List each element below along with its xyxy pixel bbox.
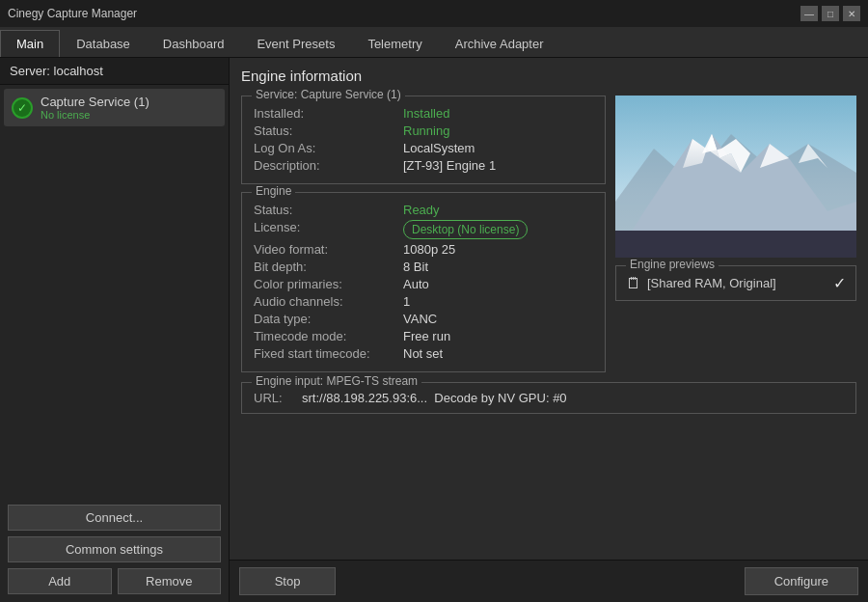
title-bar-controls: — □ ✕ — [800, 6, 860, 21]
service-sublabel: No license — [41, 109, 149, 121]
main-layout: Server: localhost ✓ Capture Service (1) … — [0, 58, 868, 602]
server-header: Server: localhost — [0, 58, 229, 85]
thumbnail-area: ⊞ Engine previews 🗒 [Shared RAM, Origina… — [615, 96, 856, 372]
url-value: srt://88.198.225.93:6... Decode by NV GP… — [302, 391, 567, 405]
server-list: ✓ Capture Service (1) No license — [0, 85, 229, 497]
data-type-row: Data type: VANC — [254, 310, 593, 327]
content-area: Engine information Service: Capture Serv… — [230, 58, 868, 602]
stop-button[interactable]: Stop — [239, 567, 336, 595]
engine-panel: Engine Status: Ready License: Desktop (N… — [241, 192, 606, 372]
connect-button[interactable]: Connect... — [8, 505, 221, 531]
tab-main[interactable]: Main — [0, 30, 60, 57]
app-title: Cinegy Capture Manager — [8, 7, 137, 20]
tab-archive-adapter[interactable]: Archive Adapter — [439, 30, 560, 57]
server-label: Server: localhost — [10, 64, 103, 78]
installed-value: Installed — [403, 106, 449, 121]
status-row: Status: Running — [254, 122, 593, 139]
tab-bar: Main Database Dashboard Event Presets Te… — [0, 27, 868, 58]
bit-depth-value: 8 Bit — [403, 260, 428, 274]
action-bar: Stop Configure — [230, 560, 868, 602]
installed-label: Installed: — [254, 106, 403, 121]
engine-status-label: Status: — [254, 203, 403, 217]
data-type-label: Data type: — [254, 312, 403, 326]
description-row: Description: [ZT-93] Engine 1 — [254, 156, 593, 174]
status-label: Status: — [254, 123, 403, 138]
add-button[interactable]: Add — [8, 568, 112, 594]
preview-file-icon: 🗒 — [626, 275, 641, 292]
audio-channels-row: Audio channels: 1 — [254, 292, 593, 310]
title-bar: Cinegy Capture Manager — □ ✕ — [0, 0, 868, 27]
top-panels: Service: Capture Service (1) Installed: … — [241, 96, 856, 372]
color-primaries-value: Auto — [403, 277, 429, 291]
close-button[interactable]: ✕ — [843, 6, 860, 21]
fixed-timecode-row: Fixed start timecode: Not set — [254, 344, 593, 362]
common-settings-button[interactable]: Common settings — [8, 536, 221, 562]
svg-rect-7 — [615, 231, 856, 258]
engine-info-title: Engine information — [241, 68, 856, 84]
url-row: URL: srt://88.198.225.93:6... Decode by … — [254, 391, 844, 405]
description-value: [ZT-93] Engine 1 — [403, 158, 496, 173]
description-label: Description: — [254, 158, 403, 173]
maximize-button[interactable]: □ — [822, 6, 839, 21]
capture-service-item[interactable]: ✓ Capture Service (1) No license — [4, 89, 225, 126]
configure-button[interactable]: Configure — [745, 567, 858, 595]
thumbnail-preview: ⊞ — [615, 96, 856, 258]
video-format-value: 1080p 25 — [403, 242, 455, 257]
service-status-icon: ✓ — [12, 97, 33, 119]
license-value: Desktop (No license) — [403, 220, 528, 239]
video-format-row: Video format: 1080p 25 — [254, 240, 593, 258]
url-label: URL: — [254, 391, 302, 405]
fixed-timecode-value: Not set — [403, 346, 443, 361]
preview-checkmark: ✓ — [833, 274, 846, 292]
tab-event-presets[interactable]: Event Presets — [240, 30, 351, 57]
license-row: License: Desktop (No license) — [254, 218, 593, 240]
service-name: Capture Service (1) — [41, 95, 149, 109]
logon-row: Log On As: LocalSystem — [254, 139, 593, 156]
bit-depth-label: Bit depth: — [254, 260, 403, 274]
logon-value: LocalSystem — [403, 141, 475, 155]
preview-name: [Shared RAM, Original] — [647, 276, 827, 290]
tab-telemetry[interactable]: Telemetry — [351, 30, 438, 57]
data-type-value: VANC — [403, 312, 437, 326]
installed-row: Installed: Installed — [254, 104, 593, 122]
engine-previews-legend: Engine previews — [626, 258, 719, 271]
service-legend: Service: Capture Service (1) — [252, 88, 405, 101]
status-value: Running — [403, 123, 449, 138]
sidebar-buttons: Connect... Common settings Add Remove — [0, 497, 229, 602]
engine-previews-panel: Engine previews 🗒 [Shared RAM, Original]… — [615, 265, 856, 301]
service-panel: Service: Capture Service (1) Installed: … — [241, 96, 606, 184]
timecode-mode-label: Timecode mode: — [254, 329, 403, 343]
timecode-mode-value: Free run — [403, 329, 450, 343]
fixed-timecode-label: Fixed start timecode: — [254, 346, 403, 361]
license-label: License: — [254, 220, 403, 239]
minimize-button[interactable]: — — [800, 6, 818, 21]
engine-input-legend: Engine input: MPEG-TS stream — [252, 374, 421, 388]
left-panels: Service: Capture Service (1) Installed: … — [241, 96, 606, 372]
preview-item: 🗒 [Shared RAM, Original] ✓ — [626, 272, 846, 294]
remove-button[interactable]: Remove — [118, 568, 222, 594]
engine-legend: Engine — [252, 184, 295, 198]
timecode-mode-row: Timecode mode: Free run — [254, 327, 593, 344]
tab-dashboard[interactable]: Dashboard — [147, 30, 241, 57]
audio-channels-label: Audio channels: — [254, 294, 403, 309]
audio-channels-value: 1 — [403, 294, 410, 309]
sidebar: Server: localhost ✓ Capture Service (1) … — [0, 58, 230, 602]
color-primaries-label: Color primaries: — [254, 277, 403, 291]
bit-depth-row: Bit depth: 8 Bit — [254, 258, 593, 275]
tab-database[interactable]: Database — [60, 30, 147, 57]
engine-status-value: Ready — [403, 203, 440, 217]
engine-info-area: Engine information Service: Capture Serv… — [230, 58, 868, 560]
color-primaries-row: Color primaries: Auto — [254, 275, 593, 292]
video-format-label: Video format: — [254, 242, 403, 257]
engine-status-row: Status: Ready — [254, 201, 593, 218]
logon-label: Log On As: — [254, 141, 403, 155]
engine-input-panel: Engine input: MPEG-TS stream URL: srt://… — [241, 382, 856, 414]
thumbnail-svg — [615, 96, 856, 258]
